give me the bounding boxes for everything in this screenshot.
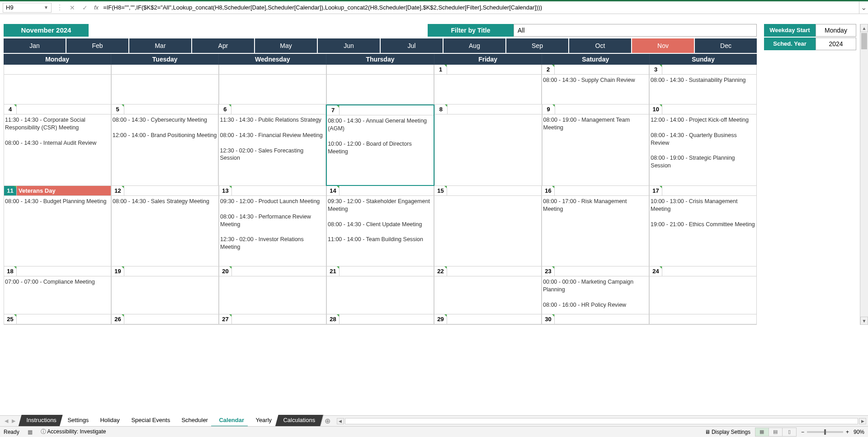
scroll-thumb[interactable] xyxy=(861,33,867,49)
day-cell[interactable]: 30 xyxy=(542,314,649,325)
day-cell[interactable] xyxy=(219,65,326,104)
day-events: 08:00 - 14:30 - Budget Planning Meeting xyxy=(4,196,111,207)
day-cell[interactable]: 25 xyxy=(4,314,111,325)
day-cell[interactable]: 20 xyxy=(219,266,326,314)
view-page-break-button[interactable]: ▯ xyxy=(783,428,796,436)
sheet-tab-holiday[interactable]: Holiday xyxy=(92,415,128,427)
month-btn-jul[interactable]: Jul xyxy=(381,38,443,53)
formula-input[interactable] xyxy=(101,1,859,14)
sched-year-value[interactable]: 2024 xyxy=(816,38,856,50)
day-cell[interactable]: 208:00 - 14:30 - Supply Chain Review xyxy=(542,65,649,104)
tab-nav-next-icon[interactable]: ▶ xyxy=(10,418,17,424)
day-cell[interactable]: 908:00 - 19:00 - Management Team Meeting xyxy=(542,104,650,186)
month-btn-may[interactable]: May xyxy=(255,38,318,53)
day-cell[interactable] xyxy=(649,314,757,325)
day-cell[interactable]: 22 xyxy=(434,266,542,314)
zoom-slider[interactable]: − + xyxy=(801,429,849,435)
day-cell[interactable]: 19 xyxy=(111,266,219,314)
horizontal-scrollbar[interactable]: ◀ ▶ xyxy=(335,418,868,424)
day-cell[interactable]: 21 xyxy=(326,266,434,314)
zoom-in-button[interactable]: + xyxy=(846,429,849,435)
view-page-layout-button[interactable]: ▤ xyxy=(769,428,783,436)
scroll-down-icon[interactable]: ▼ xyxy=(860,317,868,325)
sheet-tab-settings[interactable]: Settings xyxy=(60,415,97,427)
day-cell[interactable]: 24 xyxy=(649,266,757,314)
day-cell[interactable]: 1012:00 - 14:00 - Project Kick-off Meeti… xyxy=(649,104,757,186)
separator: ⋮ xyxy=(53,3,66,12)
day-cell[interactable]: 2300:00 - 00:00 - Marketing Campaign Pla… xyxy=(542,266,649,314)
month-btn-sep[interactable]: Sep xyxy=(506,38,569,53)
fx-icon[interactable]: fx xyxy=(91,4,101,11)
day-cell[interactable]: 29 xyxy=(434,314,542,325)
day-label xyxy=(662,266,756,276)
filter-by-title-value[interactable]: All xyxy=(514,24,757,37)
name-box-dropdown-icon[interactable]: ▼ xyxy=(44,5,48,10)
sheet-tab-scheduler[interactable]: Scheduler xyxy=(173,415,216,427)
day-cell[interactable] xyxy=(111,65,219,104)
hscroll-track[interactable] xyxy=(345,418,859,424)
day-cell[interactable]: 611:30 - 14:30 - Public Relations Strate… xyxy=(218,104,326,186)
day-cell[interactable]: 1 xyxy=(434,65,542,104)
macro-record-icon[interactable]: ▦ xyxy=(28,429,33,435)
sheet-tab-special-events[interactable]: Special Events xyxy=(123,415,178,427)
month-btn-oct[interactable]: Oct xyxy=(569,38,632,53)
month-btn-nov[interactable]: Nov xyxy=(632,38,695,53)
day-label xyxy=(555,186,649,195)
hscroll-left-icon[interactable]: ◀ xyxy=(337,418,344,424)
zoom-out-button[interactable]: − xyxy=(801,429,804,435)
sheet-tab-calendar[interactable]: Calendar xyxy=(211,415,253,427)
month-btn-dec[interactable]: Dec xyxy=(695,38,757,53)
month-btn-mar[interactable]: Mar xyxy=(129,38,192,53)
name-box[interactable]: H9 ▼ xyxy=(3,3,52,13)
day-cell[interactable]: 411:30 - 14:30 - Corporate Social Respon… xyxy=(4,104,111,186)
day-cell[interactable]: 26 xyxy=(111,314,219,325)
day-number: 20 xyxy=(219,266,232,276)
month-btn-feb[interactable]: Feb xyxy=(66,38,129,53)
month-btn-aug[interactable]: Aug xyxy=(443,38,506,53)
day-cell[interactable]: 508:00 - 14:30 - Cybersecurity Meeting 1… xyxy=(111,104,219,186)
day-events: 12:00 - 14:00 - Project Kick-off Meeting… xyxy=(650,114,756,171)
day-cell[interactable]: 1807:00 - 07:00 - Compliance Meeting xyxy=(4,266,111,314)
day-cell[interactable]: 1710:00 - 13:00 - Crisis Management Meet… xyxy=(649,186,757,266)
month-btn-jan[interactable]: Jan xyxy=(4,38,66,53)
scroll-up-icon[interactable]: ▲ xyxy=(860,24,868,32)
day-cell[interactable]: 1608:00 - 17:00 - Risk Management Meetin… xyxy=(542,186,649,266)
formula-expand-icon[interactable]: ⌄ xyxy=(859,1,868,14)
day-cell[interactable]: 1309:30 - 12:00 - Product Launch Meeting… xyxy=(219,186,326,266)
day-cell[interactable]: 27 xyxy=(219,314,326,325)
day-label xyxy=(555,314,649,324)
day-header: Monday xyxy=(4,54,111,65)
weekday-start-value[interactable]: Monday xyxy=(816,24,856,37)
day-cell[interactable] xyxy=(326,65,434,104)
day-cell[interactable]: 708:00 - 14:30 - Annual General Meeting … xyxy=(326,104,434,186)
day-cell[interactable]: 15 xyxy=(434,186,542,266)
day-events xyxy=(112,75,218,78)
formula-bar: H9 ▼ ⋮ ✕ ✓ fx ⌄ xyxy=(0,1,868,14)
tab-nav-arrows[interactable]: ◀ ▶ xyxy=(0,418,20,424)
day-cell[interactable]: 28 xyxy=(326,314,434,325)
day-events: 08:00 - 14:30 - Supply Chain Review xyxy=(542,75,649,86)
vertical-scrollbar[interactable]: ▲ ▼ xyxy=(860,24,868,325)
formula-confirm-icon[interactable]: ✓ xyxy=(79,4,91,11)
formula-cancel-icon[interactable]: ✕ xyxy=(66,4,79,11)
day-label xyxy=(662,314,756,324)
month-btn-jun[interactable]: Jun xyxy=(318,38,381,53)
day-cell[interactable]: 11Veterans Day08:00 - 14:30 - Budget Pla… xyxy=(4,186,111,266)
day-cell[interactable]: 1208:00 - 14:30 - Sales Strategy Meeting xyxy=(111,186,219,266)
day-cell[interactable]: 308:00 - 14:30 - Sustainability Planning xyxy=(649,65,757,104)
day-label xyxy=(17,266,111,276)
day-cell[interactable] xyxy=(4,65,111,104)
day-label xyxy=(555,266,649,276)
hscroll-right-icon[interactable]: ▶ xyxy=(859,418,866,424)
view-normal-button[interactable]: ▦ xyxy=(755,428,769,436)
sheet-tab-calculations[interactable]: Calculations xyxy=(275,415,323,427)
display-settings-button[interactable]: 🖥 Display Settings xyxy=(705,429,750,435)
day-cell[interactable]: 8 xyxy=(434,104,542,186)
day-cell[interactable]: 1409:30 - 12:00 - Stakeholder Engagement… xyxy=(326,186,434,266)
accessibility-status[interactable]: ⓘ Accessibility: Investigate xyxy=(41,428,106,436)
tab-nav-prev-icon[interactable]: ◀ xyxy=(3,418,10,424)
status-ready: Ready xyxy=(4,429,19,435)
month-btn-apr[interactable]: Apr xyxy=(192,38,255,53)
sheet-tab-instructions[interactable]: Instructions xyxy=(18,415,65,427)
zoom-percent[interactable]: 90% xyxy=(854,429,864,435)
